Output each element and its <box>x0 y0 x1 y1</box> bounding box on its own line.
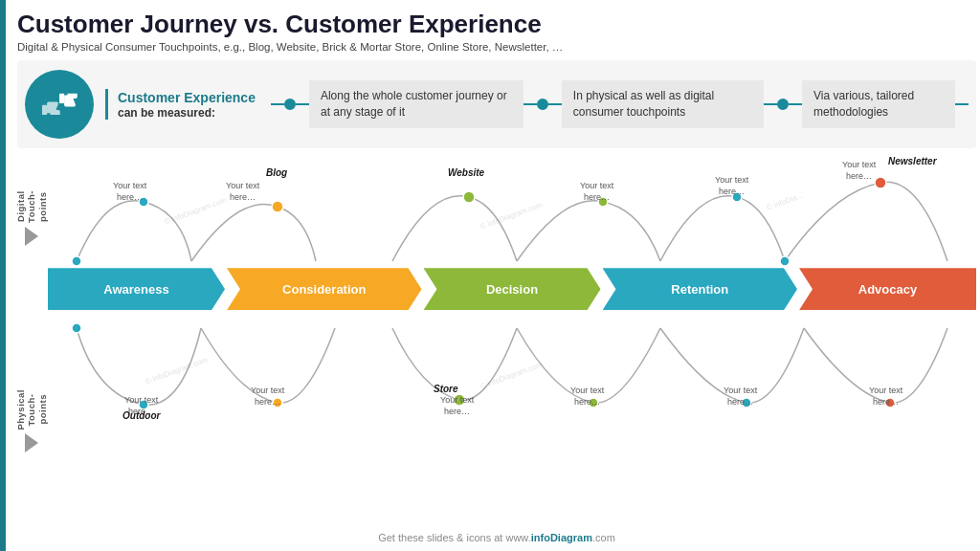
physical-curves-svg <box>48 319 976 443</box>
cx-connector-1 <box>271 99 309 110</box>
watermark-3: © infoDia… <box>766 190 806 211</box>
watermark-p2: © infoDiagram.com <box>479 361 545 391</box>
physical-touchpoints-label: PhysicalTouch-points <box>17 364 46 479</box>
cx-title: Customer Experience <box>118 89 256 106</box>
p7-label: Your texthere… <box>724 386 757 408</box>
stage-awareness: Awareness <box>48 268 225 310</box>
svg-marker-2 <box>25 227 38 246</box>
cx-line <box>523 103 537 105</box>
svg-rect-0 <box>42 105 47 115</box>
cx-line <box>296 103 309 105</box>
accent-bar <box>0 0 6 551</box>
cx-bullet-3: Via various, tailored methodologies <box>802 80 955 128</box>
outdoor-label: Outdoor <box>122 410 160 421</box>
watermark-1: © infoDiagram.com <box>164 196 229 227</box>
page-title: Customer Journey vs. Customer Experience <box>17 10 970 39</box>
p3-label: Your texthere… <box>251 386 284 408</box>
cx-connector-2 <box>523 99 562 110</box>
d2-label: Your texthere… <box>226 181 259 203</box>
newsletter-label: Newsletter <box>888 156 937 166</box>
svg-point-6 <box>272 201 283 212</box>
svg-point-7 <box>463 191 475 203</box>
cx-connector-3 <box>764 99 802 110</box>
cx-line <box>271 103 284 105</box>
store-label: Store <box>434 384 458 394</box>
cx-bullets: Along the whole customer journey or at a… <box>271 80 969 128</box>
watermark-p1: © infoDiagram.com <box>145 356 210 386</box>
main-content: Customer Journey vs. Customer Experience… <box>13 0 980 551</box>
footer: Get these slides & icons at www.infoDiag… <box>27 532 967 543</box>
trailing-line <box>955 103 969 105</box>
stage-decision: Decision <box>424 268 601 310</box>
page-subtitle: Digital & Physical Consumer Touchpoints,… <box>17 41 970 53</box>
stage-consideration: Consideration <box>227 268 422 310</box>
blog-label: Blog <box>266 167 287 178</box>
footer-text2: .com <box>592 532 615 543</box>
journey-section: DigitalTouch-points PhysicalTouch-points <box>17 154 976 479</box>
cx-icon-circle <box>25 70 94 139</box>
p8-label: Your texthere… <box>869 386 902 408</box>
svg-marker-3 <box>25 433 38 452</box>
journey-inner: Your texthere… Your texthere… Blog Websi… <box>48 154 976 479</box>
svg-point-12 <box>72 323 81 333</box>
d1-label: Your texthere… <box>113 181 146 203</box>
stage-retention: Retention <box>603 268 798 310</box>
stages-row: Awareness Consideration Decision Retenti… <box>48 267 976 311</box>
cx-line <box>548 103 562 105</box>
cx-bullet-2: In physical as well as digital consumer … <box>562 80 764 128</box>
watermark-2: © infoDiagram.com <box>479 201 545 231</box>
digital-arrow-icon <box>25 227 38 246</box>
cx-dot <box>284 99 296 110</box>
cx-section: Customer Experience can be measured: Alo… <box>17 60 976 148</box>
svg-point-10 <box>780 256 790 266</box>
footer-text: Get these slides & icons at www. <box>378 532 531 543</box>
svg-point-4 <box>72 256 81 266</box>
website-label: Website <box>448 167 484 178</box>
cx-label-box: Customer Experience can be measured: <box>105 89 256 120</box>
d7-label: Your texthere… <box>842 160 876 182</box>
cx-bullet-1: Along the whole customer journey or at a… <box>309 80 523 128</box>
svg-point-11 <box>875 177 886 188</box>
thumbs-icon <box>38 83 80 125</box>
cx-line <box>789 103 802 105</box>
cx-line <box>764 103 777 105</box>
digital-curves-svg <box>48 154 976 269</box>
cx-dot <box>777 99 789 110</box>
cx-sub: can be measured: <box>118 106 256 120</box>
physical-arrow-icon <box>25 433 38 452</box>
footer-brand: infoDiagram <box>531 532 592 543</box>
physical-row: Your texthere… Outdoor Your texthere… St… <box>48 319 976 443</box>
digital-row: Your texthere… Your texthere… Blog Websi… <box>48 154 976 269</box>
digital-touchpoints-label: DigitalTouch-points <box>17 164 46 274</box>
d5-label: Your texthere… <box>580 181 613 203</box>
header: Customer Journey vs. Customer Experience… <box>13 0 980 56</box>
stage-advocacy: Advocacy <box>799 268 976 310</box>
svg-rect-1 <box>59 94 64 103</box>
p6-label: Your texthere… <box>570 386 604 408</box>
d6-label: Your texthere… <box>715 175 748 197</box>
p5-label: Your texthere… <box>440 395 474 417</box>
cx-dot <box>537 99 548 110</box>
